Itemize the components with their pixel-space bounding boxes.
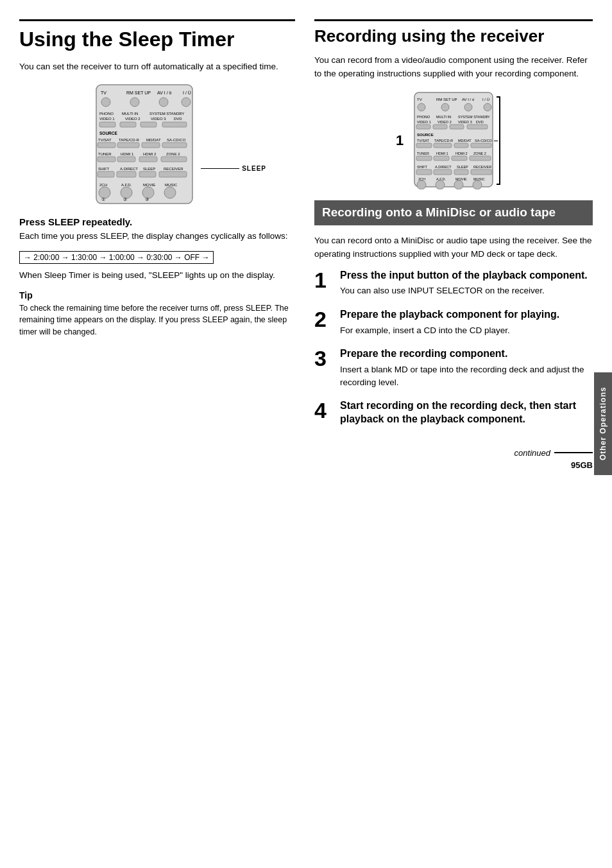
svg-rect-36 (161, 157, 187, 162)
svg-rect-92 (470, 156, 491, 161)
svg-text:SA-CD/CO: SA-CD/CO (167, 138, 186, 142)
svg-text:MOVIE: MOVIE (143, 183, 155, 187)
svg-rect-89 (416, 156, 432, 161)
svg-point-63 (464, 103, 472, 111)
step-2-number: 2 (314, 308, 334, 330)
right-intro: You can record from a video/audio compon… (314, 54, 593, 81)
svg-rect-84 (471, 143, 491, 148)
svg-text:SYSTEM STANDBY: SYSTEM STANDBY (149, 112, 184, 116)
step-1-number: 1 (314, 269, 334, 291)
svg-rect-33 (98, 157, 115, 162)
svg-point-61 (418, 103, 425, 111)
svg-rect-26 (117, 143, 139, 148)
svg-rect-42 (117, 171, 136, 177)
svg-text:HDMI 2: HDMI 2 (455, 152, 468, 155)
svg-point-107 (454, 180, 463, 189)
svg-text:VIDEO 3: VIDEO 3 (458, 120, 472, 124)
svg-text:ZONE 2: ZONE 2 (166, 152, 180, 156)
svg-point-6 (130, 98, 139, 107)
left-intro: You can set the receiver to turn off aut… (19, 60, 295, 74)
sleep-cycle-text: → 2:00:00 → 1:30:00 → 1:00:00 → 0:30:00 … (24, 253, 209, 262)
svg-rect-27 (142, 143, 160, 148)
svg-text:RM SET UP: RM SET UP (126, 91, 151, 95)
svg-text:②: ② (123, 197, 127, 202)
svg-rect-35 (139, 157, 157, 162)
svg-text:DVD: DVD (476, 120, 484, 124)
svg-rect-19 (162, 122, 187, 127)
right-column: Recording using the receiver You can rec… (314, 19, 593, 849)
svg-text:HDMI 1: HDMI 1 (121, 152, 134, 156)
svg-text:A.F.D.: A.F.D. (121, 183, 132, 187)
svg-rect-75 (467, 125, 488, 129)
svg-rect-18 (140, 122, 157, 127)
svg-text:A.DIRECT: A.DIRECT (435, 165, 452, 169)
subbox-intro: You can record onto a MiniDisc or audio … (314, 234, 593, 261)
step-1-heading: Press the input button of the playback c… (340, 269, 588, 282)
svg-text:TUNER: TUNER (98, 152, 112, 156)
step-4-heading: Start recording on the recording deck, t… (340, 399, 593, 426)
svg-text:MUSIC: MUSIC (165, 183, 178, 187)
subbox-title: Recording onto a MiniDisc or audio tape (322, 205, 585, 220)
svg-point-64 (484, 103, 491, 111)
left-remote-image: TV RM SET UP AV I / ö I / Ü PHONO MULTI … (19, 82, 295, 209)
svg-point-8 (182, 98, 191, 107)
steps-container: 1 Press the input button of the playback… (314, 269, 593, 429)
svg-text:ZONE 2: ZONE 2 (473, 152, 486, 155)
svg-text:VIDEO 3: VIDEO 3 (151, 117, 166, 121)
page-number: 95GB (314, 460, 593, 470)
svg-rect-91 (452, 156, 467, 161)
svg-rect-28 (162, 143, 187, 148)
step-3-number: 3 (314, 347, 334, 369)
svg-rect-44 (159, 171, 187, 177)
step-3-heading: Prepare the recording component. (340, 347, 593, 361)
continued-text: continued (514, 448, 550, 458)
svg-point-7 (159, 98, 168, 107)
svg-text:VIDEO 1: VIDEO 1 (417, 120, 431, 124)
step-4-content: Start recording on the recording deck, t… (340, 399, 593, 429)
sleep-annotation: SLEEP (201, 165, 266, 172)
svg-rect-34 (117, 157, 135, 162)
svg-text:SYSTEM STANDBY: SYSTEM STANDBY (458, 115, 490, 119)
step-3-content: Prepare the recording component. Insert … (340, 347, 593, 389)
svg-text:SA-CD/CO: SA-CD/CO (475, 139, 493, 143)
svg-text:RECEIVER: RECEIVER (473, 165, 491, 169)
svg-rect-17 (120, 122, 136, 127)
step-1: 1 Press the input button of the playback… (314, 269, 593, 298)
svg-text:③: ③ (145, 197, 149, 202)
step-4-number: 4 (314, 399, 334, 421)
svg-point-108 (473, 180, 482, 189)
svg-rect-41 (98, 171, 114, 177)
svg-point-62 (441, 103, 449, 111)
svg-text:TUNER: TUNER (417, 152, 429, 155)
step-1-body: You can also use INPUT SELECTOR on the r… (340, 284, 588, 297)
tip-label: Tip (19, 290, 295, 300)
svg-rect-82 (434, 143, 452, 148)
svg-rect-99 (454, 169, 468, 175)
svg-point-52 (164, 187, 176, 198)
svg-text:PHONO: PHONO (417, 115, 430, 119)
svg-rect-81 (416, 143, 432, 148)
svg-rect-98 (434, 169, 452, 175)
svg-point-105 (417, 180, 426, 189)
svg-rect-72 (416, 125, 430, 129)
svg-text:TAPE/CD-R: TAPE/CD-R (434, 139, 453, 143)
left-title: Using the Sleep Timer (19, 19, 295, 51)
svg-rect-43 (139, 171, 156, 177)
svg-text:I / Ü: I / Ü (482, 98, 489, 101)
svg-text:TV: TV (417, 98, 422, 101)
svg-point-106 (436, 180, 445, 189)
svg-text:MULTI IN: MULTI IN (122, 112, 138, 116)
svg-text:VIDEO 1: VIDEO 1 (99, 117, 115, 121)
step-2-body: For example, insert a CD into the CD pla… (340, 324, 559, 337)
svg-text:2CH: 2CH (99, 183, 107, 187)
step-2: 2 Prepare the playback component for pla… (314, 308, 593, 337)
svg-text:HDMI 2: HDMI 2 (143, 152, 157, 156)
svg-text:SHIFT: SHIFT (417, 165, 428, 169)
step-3: 3 Prepare the recording component. Inser… (314, 347, 593, 389)
tip-section: Tip To check the remaining time before t… (19, 290, 295, 338)
svg-text:AV I / ö: AV I / ö (157, 91, 172, 95)
right-remote-container: 1 TV RM SET UP AV I / ö I / Ü PHONO MULT… (314, 90, 593, 191)
step-3-body: Insert a blank MD or tape into the recor… (340, 363, 593, 390)
press-sleep-heading: Press SLEEP repeatedly. (19, 216, 295, 227)
svg-text:AV I / ö: AV I / ö (462, 98, 475, 101)
